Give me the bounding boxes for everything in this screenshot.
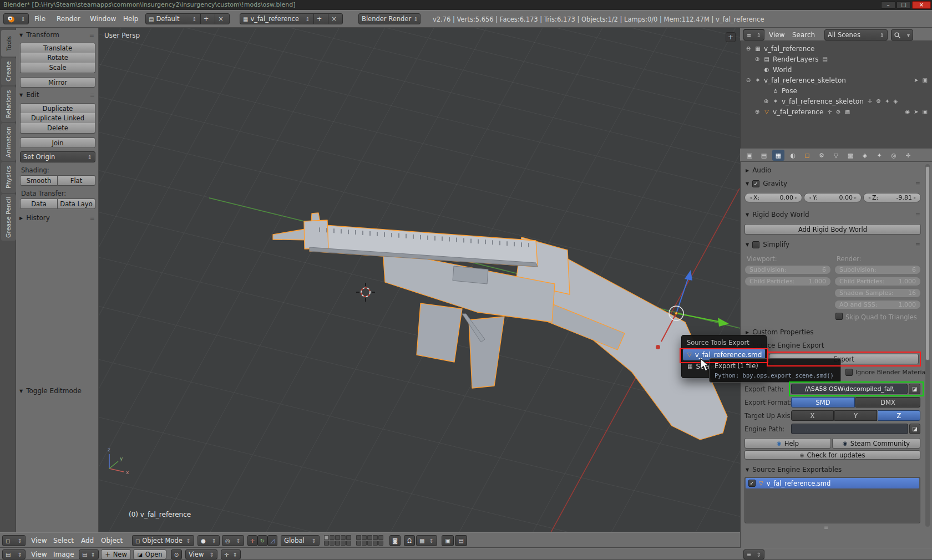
axis-z-toggle[interactable]: Z	[878, 410, 920, 421]
tab-relations[interactable]: Relations	[1, 86, 16, 122]
panel-history-header[interactable]: ▶ History ≡	[19, 214, 95, 222]
expand-toggle-icon[interactable]: ⊕	[754, 109, 761, 115]
outliner-item-label[interactable]: v_fal_reference	[764, 45, 814, 53]
steam-community-button[interactable]: ◉ Steam Community	[832, 438, 920, 449]
diamond-icon[interactable]: ◈	[894, 98, 898, 104]
new-image-button[interactable]: + New	[101, 549, 131, 559]
tab-create[interactable]: Create	[1, 58, 16, 85]
check-updates-button[interactable]: ◉ Check for updates	[744, 450, 920, 460]
transform-orientation-dropdown[interactable]: Global ⇕	[281, 535, 320, 546]
expand-toggle-icon[interactable]: ⊕	[763, 98, 769, 104]
layer-toggle[interactable]	[373, 535, 378, 540]
gravity-y-field[interactable]: ◂Y: 0.00▸	[804, 193, 862, 202]
region-expand-icon[interactable]: +	[726, 32, 736, 42]
layer-toggle[interactable]	[335, 535, 340, 540]
snap-toggle[interactable]: Ω	[404, 535, 415, 546]
scale-button[interactable]: Scale	[20, 63, 95, 73]
panel-grip-icon[interactable]: ≡	[89, 32, 95, 39]
axis-x-toggle[interactable]: X	[791, 410, 834, 421]
layer-toggle[interactable]	[367, 535, 372, 540]
pointer-icon[interactable]: ➤	[914, 109, 918, 115]
layer-toggle[interactable]	[341, 535, 346, 540]
properties-tab-object-data[interactable]: ▽	[830, 150, 842, 161]
tab-tools[interactable]: Tools	[1, 30, 17, 57]
panel-grip-icon[interactable]: ≡	[90, 91, 95, 99]
layer-toggle[interactable]	[356, 541, 361, 546]
gravity-z-field[interactable]: ◂Z: -9.81▸	[863, 193, 921, 202]
panel-rigid-body-header[interactable]: ▼ Rigid Body World ≡	[746, 211, 921, 218]
tab-physics[interactable]: Physics	[1, 162, 16, 193]
render-engine-dropdown[interactable]: Blender Render ⇕	[358, 13, 421, 24]
delete-scene-button[interactable]: ×	[328, 14, 340, 24]
properties-tab-render-layers[interactable]: ▤	[758, 150, 770, 161]
engine-path-browse-button[interactable]: ◪	[909, 424, 920, 434]
tab-grease-pencil[interactable]: Grease Pencil	[1, 194, 16, 241]
redo-panel-header[interactable]: ▼ Toggle Editmode	[19, 387, 95, 395]
image-browse-dropdown[interactable]: ▤ ⇕	[79, 549, 99, 559]
editor-type-3dview[interactable]: ◻ ⇕	[2, 535, 26, 546]
ao-sss-field[interactable]: AO and SSS: 1.000	[834, 300, 921, 309]
sparkle-icon[interactable]: ✦	[885, 98, 889, 104]
opengl-render-button[interactable]: ▣	[442, 535, 454, 546]
properties-tab-object[interactable]: ◻	[801, 150, 813, 161]
simplify-checkbox[interactable]	[752, 241, 759, 248]
menu-view[interactable]: View	[769, 28, 784, 42]
mode-dropdown[interactable]: ◻ Object Mode ⇕	[132, 535, 194, 546]
panel-grip-icon[interactable]: ≡	[915, 211, 921, 218]
editor-type-outliner[interactable]: ≡ ⇕	[743, 29, 764, 40]
wrench-icon[interactable]: ⚙	[836, 109, 841, 115]
layer-toggle[interactable]	[378, 535, 383, 540]
outliner-item-label[interactable]: v_fal_reference_skeleton	[782, 98, 864, 105]
viewport-canvas[interactable]: x z y	[99, 28, 740, 532]
panel-audio-header[interactable]: ▶ Audio	[746, 166, 921, 174]
layer-toggle[interactable]	[367, 541, 372, 546]
menu-file[interactable]: File	[34, 11, 45, 27]
shade-flat-button[interactable]: Flat	[58, 175, 95, 186]
expand-toggle-icon[interactable]: ⊕	[754, 56, 761, 62]
move-icon[interactable]: ✛	[868, 98, 872, 104]
outliner-row[interactable]: ◐World	[741, 64, 932, 75]
properties-tab-constraints[interactable]: ✛	[902, 150, 914, 161]
manipulator-rotate-toggle[interactable]: ↻	[257, 535, 267, 546]
layer-toggle[interactable]	[330, 535, 335, 540]
layer-toggle[interactable]	[346, 535, 351, 540]
menu-image[interactable]: Image	[53, 548, 74, 560]
pin-toggle[interactable]: ⊙	[171, 549, 182, 559]
outliner-row[interactable]: ⊖✶v_fal_reference_skeleton➤▣	[741, 75, 932, 85]
outliner-row[interactable]: ⊕✶v_fal_reference_skeleton✛⚙✦◈	[741, 96, 932, 106]
menu-object[interactable]: Object	[101, 533, 123, 548]
rotate-button[interactable]: Rotate	[20, 53, 95, 63]
add-layout-button[interactable]: +	[200, 14, 212, 24]
wrench-icon[interactable]: ⚙	[876, 98, 881, 104]
menu-view[interactable]: View	[31, 548, 47, 560]
export-path-browse-button[interactable]: ◪	[909, 384, 920, 394]
pointer-icon[interactable]: ➤	[914, 77, 918, 83]
uv-pivot-dropdown[interactable]: ✛ ⇕	[221, 549, 241, 559]
panel-source-export-header[interactable]: ▼ Source Engine Export	[746, 342, 921, 349]
open-image-button[interactable]: ◪ Open	[133, 549, 166, 559]
image-icon[interactable]: ▤	[822, 56, 827, 62]
gravity-x-field[interactable]: ◂X: 0.00▸	[744, 193, 802, 202]
add-rigid-body-world-button[interactable]: Add Rigid Body World	[744, 224, 921, 235]
menu-help[interactable]: Help	[123, 11, 138, 27]
maximize-button[interactable]: □	[896, 1, 911, 9]
minimize-button[interactable]: –	[881, 1, 895, 9]
camera-icon[interactable]: ▣	[923, 77, 928, 83]
rifle-gas-block[interactable]	[304, 220, 328, 249]
expand-toggle-icon[interactable]: ⊖	[745, 77, 752, 83]
menu-add[interactable]: Add	[81, 533, 94, 548]
panel-grip-icon[interactable]: ≡	[915, 180, 921, 187]
outliner-row[interactable]: ⊖▦v_fal_reference	[741, 43, 932, 54]
editor-type-properties[interactable]: ≡ ⇕	[743, 549, 764, 559]
manipulator-translate-toggle[interactable]: ✛	[247, 535, 257, 546]
layer-toggle[interactable]	[362, 535, 367, 540]
render-child-particles-field[interactable]: Child Particles: 1.000	[834, 277, 921, 286]
expand-toggle-icon[interactable]: ⊖	[745, 45, 752, 52]
panel-edit-header[interactable]: ▼ Edit ≡	[19, 91, 95, 99]
image-view-dropdown[interactable]: View ⇕	[185, 549, 217, 559]
outliner-item-label[interactable]: RenderLayers	[773, 55, 818, 63]
screen-layout-selector[interactable]: ▤ Default ⇕ + ×	[145, 13, 230, 24]
outliner-item-label[interactable]: v_fal_reference_skeleton	[764, 77, 846, 84]
add-scene-button[interactable]: +	[313, 14, 325, 24]
mirror-button[interactable]: Mirror	[20, 77, 95, 88]
